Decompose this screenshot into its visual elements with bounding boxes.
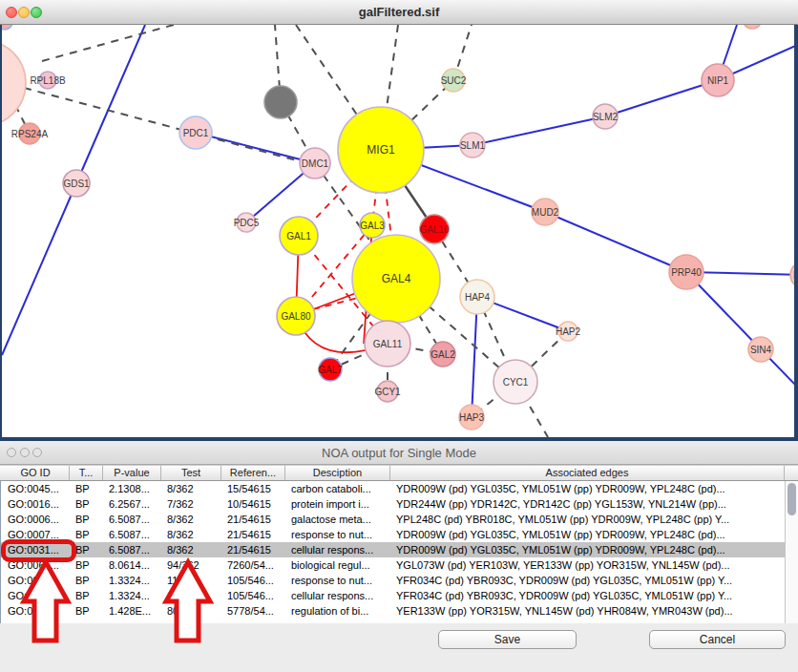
table-row[interactable]: GO:0031...BP1.3324...11/362105/546...res…	[1, 573, 785, 588]
cell-reference: 21/54615	[222, 512, 286, 527]
cell-reference: 15/54615	[222, 481, 286, 496]
cell-description: cellular respons...	[286, 542, 391, 557]
results-table-body: GO:0045...BP2.1308...8/36215/54615carbon…	[0, 481, 785, 623]
cell-type: BP	[71, 603, 104, 619]
table-row[interactable]: GO:0031...BP1.3324...11/362105/546...cel…	[1, 588, 785, 603]
cell-test: 8/362	[162, 527, 222, 542]
node-label-SUC2: SUC2	[441, 75, 467, 86]
cell-type: BP	[71, 542, 104, 557]
table-row[interactable]: GO:0006...BP6.5087...8/36221/54615galact…	[1, 512, 785, 527]
cell-type: BP	[71, 481, 104, 496]
node-label-RPS24A: RPS24A	[11, 129, 49, 139]
cell-description: cellular respons...	[286, 588, 391, 603]
cell-test: 8/362	[162, 481, 222, 496]
column-header-3[interactable]: Test	[161, 466, 221, 480]
node-label-SLM2: SLM2	[593, 112, 619, 122]
column-header-6[interactable]: Associated edges	[390, 466, 785, 480]
cell-test: 80/362	[162, 603, 222, 619]
table-row[interactable]: GO:0050...BP1.428E...80/3625778/54...reg…	[1, 603, 785, 619]
node-label-PDC1: PDC1	[183, 128, 209, 138]
edge-dash[interactable]	[24, 88, 304, 162]
cancel-button[interactable]: Cancel	[649, 630, 786, 649]
cell-test: 11/362	[162, 573, 222, 588]
cell-test: 8/362	[162, 542, 222, 557]
table-row[interactable]: GO:0031...BP6.5087...8/36221/54615cellul…	[1, 542, 785, 557]
cell-reference: 21/54615	[222, 527, 286, 542]
node-label-GAL7: GAL7	[318, 365, 343, 375]
node-label-MUD2: MUD2	[532, 207, 559, 218]
cell-go_id: GO:0065...	[3, 557, 71, 573]
cell-p_value: 1.3324...	[104, 573, 162, 588]
cell-reference: 105/546...	[222, 573, 286, 588]
node-label-HAP2: HAP2	[556, 326, 581, 337]
column-header-2[interactable]: P-value	[103, 466, 161, 480]
node-label-SLM1: SLM1	[460, 140, 486, 151]
cell-p_value: 1.3324...	[104, 588, 162, 603]
node-label-GDS1: GDS1	[63, 178, 90, 189]
cell-description: response to nut...	[286, 527, 391, 542]
cell-edges: YDR009W (pd) YGL035C, YML051W (pp) YDR00…	[391, 542, 785, 557]
table-row[interactable]: GO:0016...BP6.2567...7/36210/54615protei…	[1, 496, 785, 512]
cell-reference: 10/54615	[222, 496, 286, 512]
save-button[interactable]: Save	[438, 630, 577, 649]
column-header-4[interactable]: Referen...	[221, 466, 285, 480]
table-scrollbar[interactable]	[785, 481, 798, 623]
cell-edges: YPL248C (pd) YBR018C, YML051W (pp) YDR00…	[391, 512, 785, 527]
node-label-GAL10: GAL10	[419, 224, 450, 235]
cell-edges: YDR009W (pd) YGL035C, YML051W (pp) YDR00…	[391, 527, 785, 542]
cell-p_value: 6.2567...	[104, 496, 162, 512]
cell-test: 7/362	[162, 496, 222, 512]
cell-go_id: GO:0031...	[3, 573, 71, 588]
node-big-left[interactable]	[2, 40, 26, 126]
cell-go_id: GO:0006...	[3, 512, 71, 527]
column-header-5[interactable]: Desciption	[285, 466, 390, 480]
cell-edges: YDR009W (pd) YGL035C, YML051W (pp) YDR00…	[391, 481, 785, 496]
cell-edges: YFR034C (pd) YBR093C, YDR009W (pd) YGL03…	[391, 573, 785, 588]
cell-reference: 7260/54...	[222, 557, 286, 573]
cell-type: BP	[71, 496, 104, 512]
column-header-0[interactable]: GO ID	[2, 466, 70, 480]
node-label-GAL2: GAL2	[430, 349, 455, 360]
edge-blue[interactable]	[472, 297, 477, 417]
node-label-HAP4: HAP4	[465, 292, 491, 303]
cell-type: BP	[71, 512, 104, 527]
scrollbar-thumb[interactable]	[788, 483, 796, 515]
node-label-GCY1: GCY1	[374, 387, 401, 397]
node-corner-frag[interactable]	[2, 25, 12, 30]
network-canvas[interactable]: RPL18BRPS24AGDS1PDC1DMC1SUC2MIG1SLM1SLM2…	[0, 25, 798, 441]
network-graph: RPL18BRPS24AGDS1PDC1DMC1SUC2MIG1SLM1SLM2…	[2, 25, 794, 437]
cell-description: protein import i...	[286, 496, 391, 512]
cell-edges: YDR244W (pp) YDR142C, YDR142C (pp) YGL15…	[391, 496, 785, 512]
cell-go_id: GO:0016...	[3, 496, 71, 512]
edge-dash[interactable]	[42, 25, 174, 61]
cell-p_value: 8.0614...	[104, 557, 162, 573]
edge-blue[interactable]	[686, 272, 794, 389]
table-row[interactable]: GO:0007...BP6.5087...8/36221/54615respon…	[1, 527, 785, 542]
cell-description: carbon cataboli...	[286, 481, 391, 496]
cell-type: BP	[71, 588, 104, 603]
cell-reference: 105/546...	[222, 588, 286, 603]
cell-p_value: 1.428E...	[104, 603, 162, 619]
edge-blue[interactable]	[196, 133, 315, 163]
node-gray-node[interactable]	[264, 86, 297, 118]
screen: galFiltered.sif RPL18BRPS24AGDS1PDC1DMC1…	[0, 0, 798, 672]
node-label-MIG1: MIG1	[367, 143, 395, 157]
node-label-GAL1: GAL1	[286, 231, 311, 242]
node-label-GAL80: GAL80	[281, 311, 311, 322]
node-topright-frag[interactable]	[743, 25, 762, 29]
edge-blue[interactable]	[381, 80, 718, 150]
node-label-RPL18B: RPL18B	[30, 75, 66, 86]
node-label-CYC1: CYC1	[503, 377, 529, 388]
cell-go_id: GO:0031...	[3, 588, 71, 603]
noa-window-titlebar[interactable]: NOA output for Single Mode	[0, 441, 798, 465]
cell-go_id: GO:0045...	[3, 481, 71, 496]
network-window-titlebar[interactable]: galFiltered.sif	[0, 0, 798, 25]
table-row[interactable]: GO:0045...BP2.1308...8/36215/54615carbon…	[1, 481, 785, 496]
node-label-PRP40: PRP40	[671, 267, 702, 278]
cell-edges: YFR034C (pd) YBR093C, YDR009W (pd) YGL03…	[391, 588, 785, 603]
cell-reference: 5778/54...	[222, 603, 286, 619]
cell-test: 94/362	[162, 557, 222, 573]
table-row[interactable]: GO:0065...BP8.0614...94/3627260/54...bio…	[1, 557, 785, 573]
column-header-1[interactable]: T...	[70, 466, 103, 480]
node-label-HAP3: HAP3	[459, 412, 485, 423]
